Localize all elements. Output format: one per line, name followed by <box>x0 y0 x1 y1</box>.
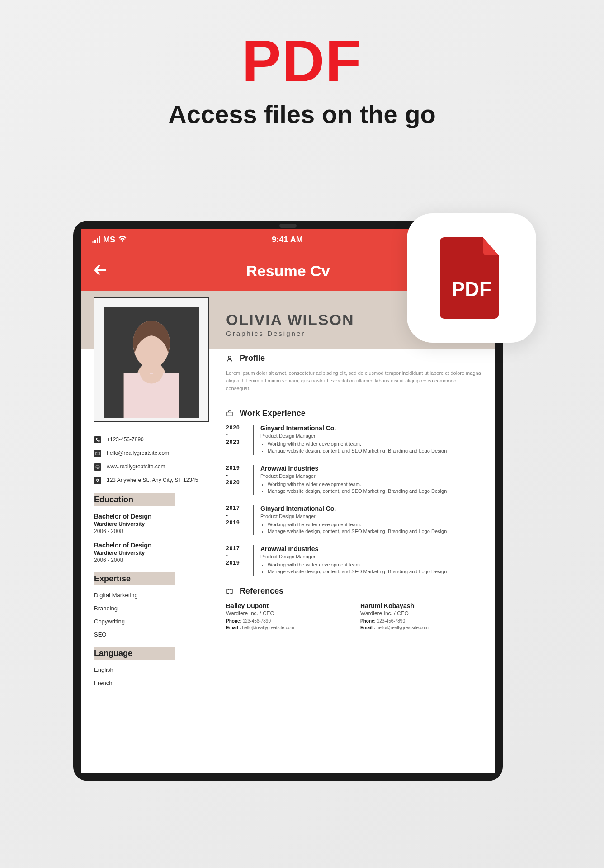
location-icon <box>94 477 101 484</box>
work-heading: Work Experience <box>240 409 306 418</box>
profile-heading: Profile <box>240 354 265 363</box>
experience-bullets: Working with the wider development team.… <box>260 522 481 534</box>
svg-rect-1 <box>96 466 99 468</box>
experience-item: 2020-2023 Ginyard International Co. Prod… <box>226 425 481 455</box>
education-university: Wardiere University <box>94 550 209 556</box>
list-item: Working with the wider development team. <box>268 441 481 447</box>
briefcase-icon <box>226 410 233 417</box>
website-icon <box>94 463 101 471</box>
profile-text: Lorem ipsum dolor sit amet, consectetur … <box>226 369 481 392</box>
reference-name: Harumi Kobayashi <box>360 602 481 609</box>
contact-website: www.reallygreatsite.com <box>94 463 209 471</box>
education-heading: Education <box>94 493 209 506</box>
reference-item: Harumi Kobayashi Wardiere Inc. / CEO Pho… <box>360 602 481 630</box>
expertise-item: Branding <box>94 605 209 612</box>
contact-email: hello@reallygreatsite.com <box>94 450 209 457</box>
promo-header: PDF Access files on the go <box>0 0 604 129</box>
status-time: 9:41 AM <box>272 235 302 245</box>
reference-phone: Phone: 123-456-7890 <box>226 618 347 623</box>
references-section: References Bailey Dupont Wardiere Inc. /… <box>226 586 481 630</box>
experience-company: Arowwai Industries <box>260 465 481 472</box>
experience-item: 2019-2020 Arowwai Industries Product Des… <box>226 465 481 495</box>
phone-icon <box>94 436 101 443</box>
contact-address: 123 Anywhere St., Any City, ST 12345 <box>94 477 209 484</box>
svg-rect-3 <box>227 412 232 416</box>
experience-item: 2017-2019 Arowwai Industries Product Des… <box>226 545 481 576</box>
references-heading: References <box>240 586 283 596</box>
reference-title: Wardiere Inc. / CEO <box>360 610 481 617</box>
education-years: 2006 - 2008 <box>94 528 209 534</box>
experience-years: 2017-2019 <box>226 545 245 576</box>
book-icon <box>226 588 233 595</box>
pdf-file-icon: PDF <box>440 237 503 319</box>
list-item: Manage website design, content, and SEO … <box>268 488 481 494</box>
language-item: French <box>94 679 209 686</box>
reference-title: Wardiere Inc. / CEO <box>226 610 347 617</box>
email-icon <box>94 450 101 457</box>
pdf-badge: PDF <box>407 213 536 343</box>
expertise-item: Copywriting <box>94 618 209 625</box>
signal-icon <box>92 236 100 243</box>
experience-company: Ginyard International Co. <box>260 425 481 432</box>
contact-phone-value: +123-456-7890 <box>107 436 144 443</box>
list-item: Working with the wider development team. <box>268 481 481 487</box>
profile-icon <box>226 355 233 362</box>
reference-item: Bailey Dupont Wardiere Inc. / CEO Phone:… <box>226 602 347 630</box>
status-left: MS <box>92 235 127 245</box>
reference-name: Bailey Dupont <box>226 602 347 609</box>
education-years: 2006 - 2008 <box>94 557 209 563</box>
experience-role: Product Design Manager <box>260 554 481 559</box>
reference-phone: Phone: 123-456-7890 <box>360 618 481 623</box>
contact-phone: +123-456-7890 <box>94 436 209 443</box>
photo-frame <box>94 297 209 422</box>
profile-section: Profile Lorem ipsum dolor sit amet, cons… <box>226 354 481 392</box>
experience-role: Product Design Manager <box>260 433 481 439</box>
education-item: Bachelor of Design Wardiere University 2… <box>94 513 209 534</box>
carrier-label: MS <box>103 235 115 245</box>
experience-bullets: Working with the wider development team.… <box>260 481 481 494</box>
avatar <box>104 307 199 418</box>
contact-address-value: 123 Anywhere St., Any City, ST 12345 <box>107 477 198 483</box>
expertise-item: SEO <box>94 631 209 638</box>
svg-text:PDF: PDF <box>452 278 491 300</box>
experience-item: 2017-2019 Ginyard International Co. Prod… <box>226 505 481 535</box>
reference-email: Email : hello@reallygreatsite.com <box>226 625 347 630</box>
contact-email-value: hello@reallygreatsite.com <box>107 450 169 456</box>
list-item: Manage website design, content, and SEO … <box>268 569 481 574</box>
back-button[interactable] <box>92 262 109 280</box>
experience-years: 2020-2023 <box>226 425 245 455</box>
resume-document[interactable]: +123-456-7890 hello@reallygreatsite.com <box>81 291 495 773</box>
experience-bullets: Working with the wider development team.… <box>260 441 481 453</box>
experience-company: Ginyard International Co. <box>260 505 481 512</box>
tablet-camera-icon <box>279 224 297 228</box>
list-item: Working with the wider development team. <box>268 562 481 567</box>
reference-email: Email : hello@reallygreatsite.com <box>360 625 481 630</box>
experience-bullets: Working with the wider development team.… <box>260 562 481 574</box>
list-item: Manage website design, content, and SEO … <box>268 448 481 453</box>
experience-company: Arowwai Industries <box>260 545 481 552</box>
list-item: Working with the wider development team. <box>268 522 481 527</box>
work-section: Work Experience 2020-2023 <box>226 409 481 576</box>
promo-subtitle: Access files on the go <box>0 99 604 129</box>
expertise-heading: Expertise <box>94 572 209 585</box>
resume-left-column: +123-456-7890 hello@reallygreatsite.com <box>81 291 222 773</box>
education-degree: Bachelor of Design <box>94 542 209 549</box>
education-item: Bachelor of Design Wardiere University 2… <box>94 542 209 563</box>
experience-years: 2019-2020 <box>226 465 245 495</box>
expertise-item: Digital Marketing <box>94 592 209 599</box>
education-degree: Bachelor of Design <box>94 513 209 520</box>
promo-pdf-heading: PDF <box>0 32 604 90</box>
svg-point-2 <box>228 356 231 358</box>
resume-right-column: OLIVIA WILSON Graphics Designer Profile <box>222 291 495 773</box>
education-university: Wardiere University <box>94 521 209 527</box>
contact-block: +123-456-7890 hello@reallygreatsite.com <box>94 436 209 484</box>
list-item: Manage website design, content, and SEO … <box>268 528 481 534</box>
app-title: Resume Cv <box>246 262 330 280</box>
language-heading: Language <box>94 647 209 660</box>
experience-role: Product Design Manager <box>260 514 481 519</box>
experience-years: 2017-2019 <box>226 505 245 535</box>
experience-role: Product Design Manager <box>260 473 481 479</box>
contact-website-value: www.reallygreatsite.com <box>107 463 165 470</box>
wifi-icon <box>118 235 127 245</box>
language-item: English <box>94 666 209 673</box>
